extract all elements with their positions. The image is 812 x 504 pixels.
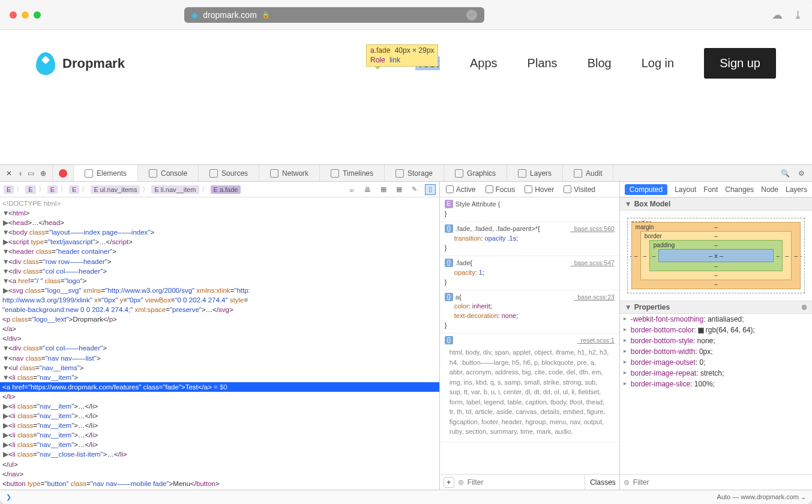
- element-inspect-tooltip: a.fade 40px × 29px Role link: [366, 44, 438, 67]
- styles-filter-input[interactable]: [468, 478, 581, 487]
- crumb[interactable]: E ul.nav_items: [91, 185, 140, 194]
- site-name: Dropmark: [62, 56, 125, 71]
- box-model-heading[interactable]: ▼Box Model: [620, 197, 812, 211]
- search-icon[interactable]: 🔍: [781, 169, 790, 178]
- styles-panel: Active Focus Hover Visited EStyle Attrib…: [440, 182, 620, 490]
- force-state-icon[interactable]: ⎄: [347, 184, 358, 195]
- subtab-node[interactable]: Node: [761, 185, 778, 194]
- crumb[interactable]: E li.nav__item: [151, 185, 199, 194]
- pseudo-visited[interactable]: Visited: [564, 185, 595, 194]
- styles-rules[interactable]: EStyle Attribute { } {}.fade, .faded, .f…: [440, 197, 619, 474]
- pseudo-focus[interactable]: Focus: [486, 185, 516, 194]
- computed-footer: ⊚: [620, 474, 812, 490]
- safari-toolbar-right: ☁ ⤓: [772, 8, 802, 22]
- crumb-selected[interactable]: E a.fade: [211, 185, 241, 194]
- downloads-icon[interactable]: ⤓: [793, 8, 802, 22]
- dock-side-icon[interactable]: ⫞: [18, 169, 22, 178]
- elements-panel: E〉 E〉 E〉 E〉 E ul.nav_items〉 E li.nav__it…: [0, 182, 440, 490]
- square-icon[interactable]: ▦: [378, 184, 389, 195]
- tab-timelines[interactable]: Timelines: [320, 165, 385, 181]
- crumb[interactable]: E: [25, 185, 35, 194]
- subtab-changes[interactable]: Changes: [725, 185, 754, 194]
- safari-url-bar[interactable]: ◆ dropmark.com 🔒 ⋯: [184, 7, 484, 23]
- site-icon: ◆: [191, 10, 198, 20]
- tab-graphics[interactable]: Graphics: [444, 165, 507, 181]
- box-model-icon[interactable]: ▯: [425, 184, 436, 195]
- tab-network[interactable]: Network: [259, 165, 320, 181]
- subtab-computed[interactable]: Computed: [625, 184, 667, 195]
- dom-breadcrumb: E〉 E〉 E〉 E〉 E ul.nav_items〉 E li.nav__it…: [0, 182, 439, 197]
- devtools-tabbar: ✕ ⫞ ▭ ⊕ Elements Console Sources Network…: [0, 165, 812, 182]
- computed-subtabs: Computed Layout Font Changes Node Layers: [620, 182, 812, 197]
- close-window-button[interactable]: [10, 11, 17, 19]
- nav-plans[interactable]: Plans: [528, 56, 558, 70]
- pseudo-active[interactable]: Active: [446, 185, 476, 194]
- box-model-diagram: position –––– margin –––– border –––– pa…: [620, 211, 812, 301]
- print-icon[interactable]: 🖶: [362, 184, 373, 195]
- subtab-layout[interactable]: Layout: [675, 185, 696, 194]
- webpage-viewport: a.fade 40px × 29px Role link Dropmark Te…: [0, 30, 812, 164]
- filter-icon: ⊚: [624, 478, 630, 487]
- computed-panel: Computed Layout Font Changes Node Layers…: [620, 182, 812, 490]
- signup-button[interactable]: Sign up: [704, 48, 776, 79]
- minimize-window-button[interactable]: [22, 11, 29, 19]
- web-inspector: ✕ ⫞ ▭ ⊕ Elements Console Sources Network…: [0, 164, 812, 504]
- tab-layers[interactable]: Layers: [507, 165, 563, 181]
- tab-audit[interactable]: Audit: [563, 165, 613, 181]
- crumb[interactable]: E: [4, 185, 14, 194]
- filter-icon: ⊚: [458, 478, 464, 487]
- window-traffic-lights: [10, 11, 41, 19]
- console-prompt-icon: ❯: [6, 493, 11, 501]
- new-rule-button[interactable]: +: [444, 477, 454, 488]
- tab-storage[interactable]: Storage: [385, 165, 444, 181]
- dom-selected-node[interactable]: <a href="https://www.dropmark.com/featur…: [0, 382, 439, 392]
- error-indicator[interactable]: [59, 169, 67, 178]
- main-nav: Test Apps Plans Blog Log in Sign up: [415, 48, 776, 79]
- dock-bottom-icon[interactable]: ▭: [28, 169, 34, 178]
- properties-list[interactable]: -webkit-font-smoothing: antialiased; bor…: [620, 314, 812, 474]
- console-context[interactable]: Auto — www.dropmark.com ⌄: [717, 493, 806, 501]
- dom-toolbar: ⎄ 🖶 ▦ ▦ ✎ ▯: [347, 184, 436, 195]
- nav-apps[interactable]: Apps: [470, 56, 498, 70]
- nav-login[interactable]: Log in: [642, 56, 675, 70]
- properties-heading[interactable]: ▼Properties⊚: [620, 301, 812, 314]
- computed-filter-input[interactable]: [633, 478, 808, 487]
- site-logo[interactable]: Dropmark: [36, 52, 125, 75]
- styles-footer: + ⊚ Classes: [440, 474, 619, 490]
- crumb[interactable]: E: [47, 185, 58, 194]
- classes-button[interactable]: Classes: [585, 475, 616, 490]
- settings-icon[interactable]: ⚙: [798, 169, 805, 178]
- subtab-font[interactable]: Font: [703, 185, 718, 194]
- tab-elements[interactable]: Elements: [74, 165, 138, 181]
- properties-filter-icon[interactable]: ⊚: [801, 303, 807, 311]
- grid-icon[interactable]: ▦: [394, 184, 404, 195]
- subtab-layers[interactable]: Layers: [786, 185, 807, 194]
- lock-icon: 🔒: [262, 11, 270, 19]
- maximize-window-button[interactable]: [34, 11, 41, 19]
- crumb[interactable]: E: [69, 185, 79, 194]
- select-element-icon[interactable]: ⊕: [40, 169, 46, 178]
- edit-icon[interactable]: ✎: [409, 184, 420, 195]
- url-domain: dropmark.com: [203, 10, 256, 20]
- close-devtools-icon[interactable]: ✕: [6, 169, 12, 178]
- tab-sources[interactable]: Sources: [199, 165, 259, 181]
- reader-button[interactable]: ⋯: [466, 10, 477, 20]
- nav-blog[interactable]: Blog: [588, 56, 612, 70]
- console-quick-bar[interactable]: ❯ Auto — www.dropmark.com ⌄: [0, 490, 812, 504]
- dropmark-logo-icon: [36, 52, 55, 75]
- dom-tree[interactable]: <!DOCTYPE html> ▼<html> ▶<head>…</head> …: [0, 197, 439, 490]
- pseudo-hover[interactable]: Hover: [525, 185, 554, 194]
- tab-console[interactable]: Console: [138, 165, 199, 181]
- safari-titlebar: ◆ dropmark.com 🔒 ⋯ ☁ ⤓: [0, 0, 812, 30]
- cloud-icon[interactable]: ☁: [772, 8, 783, 22]
